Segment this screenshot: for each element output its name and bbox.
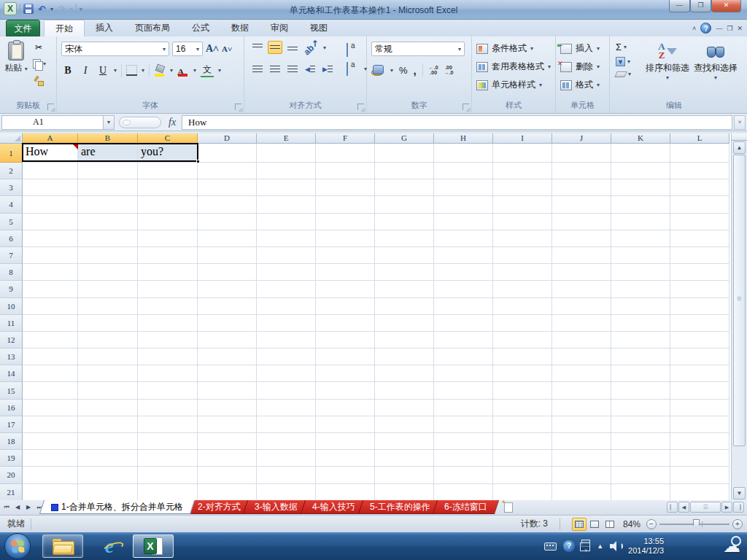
ribbon-tab-公式[interactable]: 公式	[181, 20, 220, 36]
cell-L6[interactable]	[670, 230, 729, 247]
format-as-table-button[interactable]: 套用表格格式▾	[476, 61, 551, 73]
cell-F3[interactable]	[316, 179, 375, 196]
cell-J7[interactable]	[552, 247, 611, 264]
cell-L8[interactable]	[670, 264, 729, 281]
alignment-dialog-launcher[interactable]	[357, 104, 364, 110]
cell-G1[interactable]	[375, 144, 434, 163]
workbook-close-button[interactable]: ✕	[737, 25, 743, 32]
cell-C17[interactable]	[138, 416, 198, 433]
sheet-nav-first[interactable]: ⏮	[1, 502, 12, 513]
column-header-K[interactable]: K	[611, 133, 670, 144]
cell-F15[interactable]	[316, 382, 375, 399]
cell-L10[interactable]	[670, 298, 729, 315]
cell-K9[interactable]	[611, 281, 670, 298]
cell-G20[interactable]	[375, 467, 434, 483]
cell-E17[interactable]	[257, 416, 316, 433]
cell-J6[interactable]	[552, 230, 611, 247]
expand-formula-bar-button[interactable]: ˅	[734, 115, 746, 130]
row-header-7[interactable]: 7	[0, 247, 23, 264]
cell-A6[interactable]	[23, 230, 78, 247]
zoom-slider-track[interactable]	[659, 524, 729, 525]
workbook-restore-button[interactable]: ❐	[727, 25, 732, 32]
cell-E3[interactable]	[257, 179, 316, 196]
cell-H19[interactable]	[434, 450, 493, 467]
find-select-dropdown[interactable]: ▾	[692, 74, 740, 81]
cell-B9[interactable]	[78, 281, 138, 298]
cell-E2[interactable]	[257, 163, 316, 179]
h-split-right[interactable]: ▕	[733, 502, 744, 513]
taskbar-excel-button[interactable]: X	[133, 534, 174, 558]
cell-D12[interactable]	[198, 332, 257, 349]
cell-K10[interactable]	[611, 298, 670, 315]
row-header-20[interactable]: 20	[0, 467, 23, 483]
cell-H20[interactable]	[434, 467, 493, 483]
sort-filter-button[interactable]: AZ 排序和筛选 ▾	[643, 40, 692, 81]
cell-L7[interactable]	[670, 247, 729, 264]
cell-C11[interactable]	[138, 315, 198, 332]
cell-K6[interactable]	[611, 230, 670, 247]
underline-dropdown[interactable]: ▾	[114, 67, 117, 74]
orientation-button[interactable]: ab↗	[302, 38, 322, 58]
cell-I11[interactable]	[493, 315, 552, 332]
phonetic-dropdown[interactable]: ▾	[218, 67, 221, 74]
cell-F19[interactable]	[316, 450, 375, 467]
cell-D7[interactable]	[198, 247, 257, 264]
cell-D9[interactable]	[198, 281, 257, 298]
column-header-G[interactable]: G	[375, 133, 434, 144]
cell-H18[interactable]	[434, 433, 493, 450]
normal-view-button[interactable]	[572, 518, 587, 531]
cell-L20[interactable]	[670, 467, 729, 483]
cell-B13[interactable]	[78, 349, 138, 365]
cell-A4[interactable]	[23, 196, 78, 213]
cell-C8[interactable]	[138, 264, 198, 281]
minimize-button[interactable]: —	[669, 0, 690, 12]
underline-button[interactable]: U	[96, 65, 109, 77]
decrease-decimal-button[interactable]: .00 →.0	[444, 65, 454, 75]
cell-I17[interactable]	[493, 416, 552, 433]
cell-L19[interactable]	[670, 450, 729, 467]
cell-C10[interactable]	[138, 298, 198, 315]
cell-I10[interactable]	[493, 298, 552, 315]
vertical-split-handle[interactable]	[732, 133, 747, 141]
scroll-right-button[interactable]: ▶	[721, 502, 732, 513]
cell-D15[interactable]	[198, 382, 257, 399]
row-header-11[interactable]: 11	[0, 315, 23, 332]
find-select-button[interactable]: 查找和选择 ▾	[692, 40, 740, 81]
cell-K15[interactable]	[611, 382, 670, 399]
cell-A2[interactable]	[23, 163, 78, 179]
cell-D11[interactable]	[198, 315, 257, 332]
row-header-3[interactable]: 3	[0, 179, 23, 196]
cell-F16[interactable]	[316, 400, 375, 416]
cell-I15[interactable]	[493, 382, 552, 399]
cell-L17[interactable]	[670, 416, 729, 433]
help-tray-icon[interactable]: ?	[563, 540, 575, 552]
column-header-L[interactable]: L	[670, 133, 729, 144]
percent-style-button[interactable]: %	[399, 65, 408, 76]
cell-B17[interactable]	[78, 416, 138, 433]
grow-font-button[interactable]: A˄	[206, 43, 219, 55]
cell-B10[interactable]	[78, 298, 138, 315]
cell-L12[interactable]	[670, 332, 729, 349]
cell-D5[interactable]	[198, 214, 257, 230]
cell-A20[interactable]	[23, 467, 78, 483]
weather-tray-icon[interactable]: ☁	[719, 534, 744, 559]
cell-J3[interactable]	[552, 179, 611, 196]
cell-K8[interactable]	[611, 264, 670, 281]
cell-E20[interactable]	[257, 467, 316, 483]
sheet-tab-1[interactable]: 1-合并单元格、拆分合并单元格	[39, 500, 195, 514]
workbook-minimize-button[interactable]: —	[716, 25, 722, 32]
cell-C21[interactable]	[138, 484, 198, 500]
row-header-6[interactable]: 6	[0, 230, 23, 247]
taskbar-ie-button[interactable]: e	[89, 534, 130, 558]
cell-I13[interactable]	[493, 349, 552, 365]
cell-B1[interactable]: are	[78, 144, 138, 163]
cell-G13[interactable]	[375, 349, 434, 365]
cell-I1[interactable]	[493, 144, 552, 163]
cell-B15[interactable]	[78, 382, 138, 399]
borders-button[interactable]	[126, 65, 137, 76]
redo-dropdown[interactable]: ▾	[70, 6, 73, 12]
cell-K3[interactable]	[611, 179, 670, 196]
cell-E8[interactable]	[257, 264, 316, 281]
cell-L13[interactable]	[670, 349, 729, 365]
cell-L3[interactable]	[670, 179, 729, 196]
